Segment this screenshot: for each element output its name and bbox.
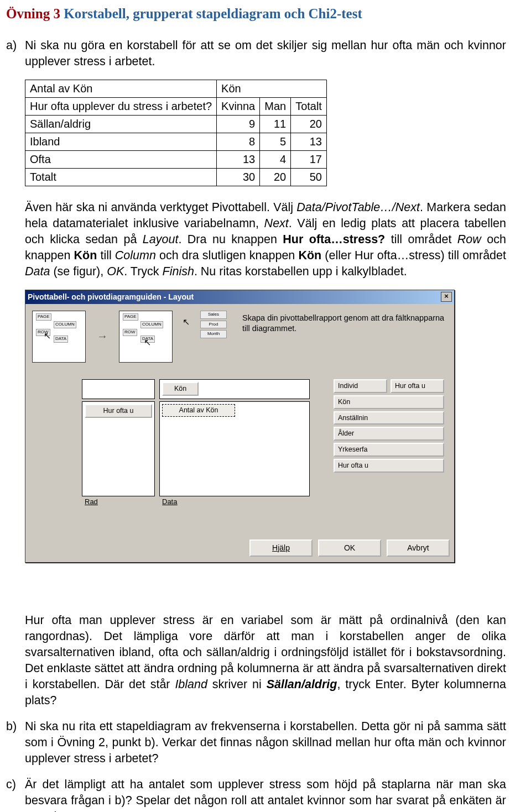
list-marker-b: b) (6, 719, 25, 735)
dropzone-row[interactable]: Hur ofta u Rad (82, 401, 155, 496)
field-individ[interactable]: Individ (334, 379, 387, 393)
section-c-text: Är det lämpligt att ha antalet som upple… (25, 778, 506, 812)
illustration-sheet-2: PAGE COLUMN ROW DATA ↖ (119, 311, 173, 363)
dropzone-data[interactable]: Antal av Kön Data (159, 401, 310, 496)
dropzone-page[interactable]: Sida (82, 379, 155, 399)
dropzone-column[interactable]: Kön Kolumn (159, 379, 310, 399)
field-palette: Individ Hur ofta u Kön Anställnin Ålder … (334, 379, 447, 473)
list-marker-a: a) (6, 38, 25, 54)
arrow-icon: → (96, 330, 109, 343)
field-antalkon-data[interactable]: Antal av Kön (162, 404, 235, 417)
ctab-col2: Man (260, 97, 291, 115)
table-row: Sällan/aldrig 9 11 20 (25, 115, 327, 133)
ctab-rowvar: Hur ofta upplever du stress i arbetet? (25, 97, 217, 115)
field-kon[interactable]: Kön (334, 395, 444, 409)
section-b-text: Ni ska nu rita ett stapeldiagram av frek… (25, 720, 506, 765)
heading-rest: Korstabell, grupperat stapeldiagram och … (60, 6, 362, 21)
page-title: Övning 3 Korstabell, grupperat stapeldia… (6, 4, 506, 23)
label-rad: Rad (85, 497, 98, 506)
pivot-layout-dialog: Pivottabell- och pivotdiagramguiden - La… (25, 290, 455, 563)
section-c: c)Är det lämpligt att ha antalet som upp… (25, 777, 506, 812)
ok-button[interactable]: OK (318, 539, 381, 557)
cancel-button[interactable]: Avbryt (387, 539, 450, 557)
label-data: Data (162, 497, 177, 506)
field-hurofta[interactable]: Hur ofta u (391, 379, 444, 393)
field-anstallnin[interactable]: Anställnin (334, 411, 444, 425)
heading-prefix: Övning 3 (6, 6, 60, 21)
help-button[interactable]: Hjälp (249, 539, 313, 557)
ctab-col3: Totalt (291, 97, 327, 115)
field-alder[interactable]: Ålder (334, 427, 444, 441)
dialog-title: Pivottabell- och pivotdiagramguiden - La… (28, 292, 194, 302)
illustration-sheet-1: PAGE COLUMN ROW DATA ↖ (32, 311, 86, 363)
ctab-h2: Kön (217, 80, 327, 97)
table-row: Ofta 13 4 17 (25, 150, 327, 168)
table-row: Totalt 30 20 50 (25, 168, 327, 186)
field-hurofta2[interactable]: Hur ofta u (334, 459, 444, 473)
dialog-help-text: Skapa din pivottabellrapport genom att d… (237, 311, 447, 334)
instructions-paragraph: Även här ska ni använda verktyget Pivott… (25, 200, 506, 280)
ctab-h1: Antal av Kön (25, 80, 217, 97)
layout-dropzone: Sida Kön Kolumn Hur ofta u Rad Antal av … (82, 379, 309, 501)
illustration-fields: SalesProdMonth (200, 311, 227, 338)
list-marker-c: c) (6, 777, 25, 793)
section-b: b)Ni ska nu rita ett stapeldiagram av fr… (25, 719, 506, 767)
field-yrkeserfa[interactable]: Yrkeserfa (334, 443, 444, 457)
ctab-col1: Kvinna (217, 97, 260, 115)
crosstab: Antal av Kön Kön Hur ofta upplever du st… (25, 80, 327, 186)
close-icon[interactable]: × (441, 292, 452, 302)
field-kon-column[interactable]: Kön (162, 382, 199, 396)
field-hurofta-row[interactable]: Hur ofta u (85, 404, 152, 418)
section-a-intro: a)Ni ska nu göra en korstabell för att s… (25, 38, 506, 70)
section-a-text: Ni ska nu göra en korstabell för att se … (25, 39, 506, 68)
table-row: Ibland 8 5 13 (25, 133, 327, 150)
cursor-icon: ↖ (183, 316, 190, 324)
post-dialog-paragraph: Hur ofta man upplever stress är en varia… (25, 612, 506, 709)
dialog-titlebar[interactable]: Pivottabell- och pivotdiagramguiden - La… (25, 290, 454, 304)
